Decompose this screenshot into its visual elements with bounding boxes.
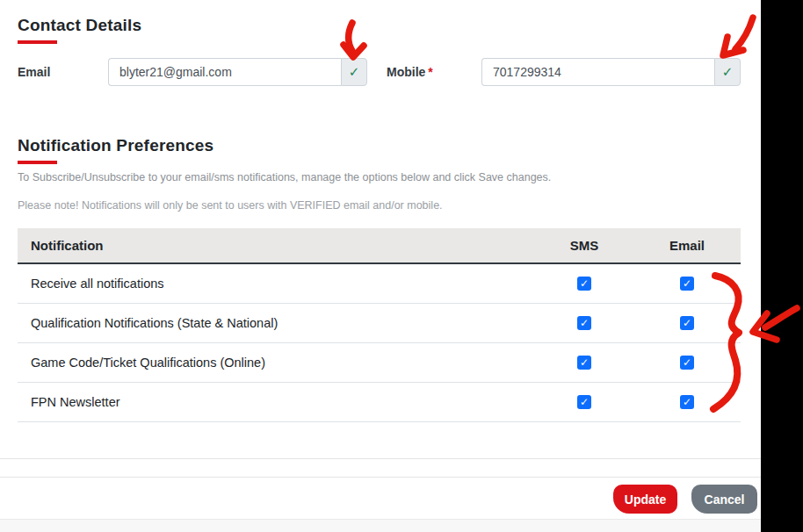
email-input-group: ✓ <box>108 58 367 86</box>
sms-checkbox[interactable]: ✓ <box>577 316 591 330</box>
check-glyph: ✓ <box>580 318 589 328</box>
verified-note: Please note! Notifications will only be … <box>18 199 443 212</box>
sms-checkbox[interactable]: ✓ <box>577 356 591 370</box>
arrow-down-email-verified-icon <box>344 23 364 57</box>
email-checkbox[interactable]: ✓ <box>680 277 694 291</box>
email-label: Email <box>18 65 50 79</box>
table-row: Qualification Notifications (State & Nat… <box>18 304 741 343</box>
arrow-down-mobile-verified-icon <box>723 18 753 55</box>
mobile-label: Mobile* <box>387 65 433 79</box>
mobile-input[interactable] <box>481 58 714 86</box>
heading-underline <box>18 40 57 44</box>
contact-details-heading: Contact Details <box>18 16 141 35</box>
column-header-email: Email <box>633 238 741 253</box>
check-glyph: ✓ <box>349 64 360 80</box>
cancel-button[interactable]: Cancel <box>691 485 757 514</box>
column-header-notification: Notification <box>18 238 535 253</box>
sms-checkbox[interactable]: ✓ <box>577 395 591 409</box>
update-button[interactable]: Update <box>613 485 677 514</box>
page-footer-strip <box>0 519 761 532</box>
notification-name: Game Code/Ticket Qualifications (Online) <box>18 356 535 370</box>
column-header-sms: SMS <box>535 238 633 253</box>
notification-preferences-heading: Notification Preferences <box>18 136 213 155</box>
check-glyph: ✓ <box>580 357 589 368</box>
notification-name: Qualification Notifications (State & Nat… <box>18 316 535 330</box>
account-settings-page: Contact Details Email ✓ Mobile* ✓ Notifi… <box>0 0 803 532</box>
heading-underline <box>18 161 57 164</box>
check-glyph: ✓ <box>580 278 589 289</box>
table-header-row: Notification SMS Email <box>18 228 741 264</box>
table-row: FPN Newsletter ✓ ✓ <box>18 383 741 422</box>
table-row: Game Code/Ticket Qualifications (Online)… <box>18 343 741 383</box>
check-glyph: ✓ <box>683 278 691 289</box>
notification-name: Receive all notifications <box>18 277 535 291</box>
notification-preferences-table: Notification SMS Email Receive all notif… <box>18 228 741 422</box>
email-input[interactable] <box>108 58 341 86</box>
check-glyph: ✓ <box>722 64 734 80</box>
check-glyph: ✓ <box>683 357 691 368</box>
screenshot-black-edge <box>761 0 803 532</box>
email-verified-check-icon: ✓ <box>341 58 367 86</box>
mobile-input-group: ✓ <box>481 58 741 86</box>
notification-name: FPN Newsletter <box>18 395 535 409</box>
check-glyph: ✓ <box>580 397 589 407</box>
check-glyph: ✓ <box>683 318 691 328</box>
email-checkbox[interactable]: ✓ <box>680 356 694 370</box>
button-bar-divider <box>0 477 761 478</box>
required-asterisk: * <box>428 65 432 79</box>
check-glyph: ✓ <box>683 397 691 407</box>
mobile-label-text: Mobile <box>387 65 425 79</box>
table-row: Receive all notifications ✓ ✓ <box>18 264 741 304</box>
section-divider <box>0 458 761 459</box>
mobile-verified-check-icon: ✓ <box>714 58 741 86</box>
subscribe-description: To Subscribe/Unsubscribe to your email/s… <box>18 171 551 183</box>
email-checkbox[interactable]: ✓ <box>680 316 694 330</box>
sms-checkbox[interactable]: ✓ <box>577 277 591 291</box>
email-checkbox[interactable]: ✓ <box>680 395 694 409</box>
